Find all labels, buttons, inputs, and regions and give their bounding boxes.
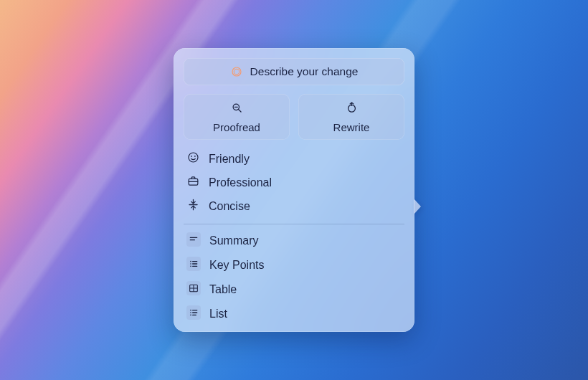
- briefcase-icon: [186, 174, 200, 191]
- tone-professional-label: Professional: [209, 176, 272, 189]
- tone-concise[interactable]: Concise: [184, 197, 404, 215]
- svg-point-17: [190, 261, 191, 262]
- format-table-label: Table: [209, 283, 237, 296]
- tone-friendly[interactable]: Friendly: [184, 150, 404, 168]
- list-icon: [186, 305, 201, 323]
- rewrite-label: Rewrite: [333, 121, 370, 133]
- proofread-icon: [230, 101, 244, 117]
- svg-point-8: [191, 156, 192, 157]
- describe-change-field[interactable]: Describe your change: [184, 58, 404, 85]
- svg-point-1: [234, 69, 240, 75]
- concise-icon: [186, 198, 200, 214]
- format-table[interactable]: Table: [184, 280, 404, 299]
- format-keypoints-label: Key Points: [209, 259, 264, 272]
- tone-professional[interactable]: Professional: [184, 174, 404, 191]
- section-divider: [184, 224, 404, 224]
- svg-point-21: [190, 266, 191, 267]
- tone-friendly-label: Friendly: [209, 153, 250, 166]
- rewrite-button[interactable]: Rewrite: [298, 94, 404, 140]
- svg-point-26: [190, 310, 191, 311]
- svg-point-28: [190, 312, 191, 313]
- keypoints-icon: [186, 257, 201, 274]
- tone-section: Friendly Professional: [184, 150, 404, 215]
- svg-line-3: [238, 109, 241, 112]
- format-section: Summary Key Points: [184, 232, 404, 323]
- tone-concise-label: Concise: [209, 200, 250, 213]
- primary-actions: Proofread Rewrite: [184, 94, 404, 140]
- table-icon: [186, 281, 201, 298]
- proofread-button[interactable]: Proofread: [184, 94, 290, 140]
- svg-point-7: [189, 153, 198, 162]
- svg-point-30: [190, 315, 191, 316]
- svg-point-19: [190, 263, 191, 265]
- format-keypoints[interactable]: Key Points: [184, 256, 404, 275]
- svg-point-9: [195, 156, 196, 157]
- format-summary[interactable]: Summary: [184, 232, 404, 250]
- smile-icon: [186, 151, 200, 167]
- apple-intelligence-icon: [230, 65, 243, 78]
- writing-tools-popover: Describe your change Proofread Rewri: [174, 48, 414, 332]
- describe-change-placeholder: Describe your change: [250, 65, 359, 78]
- summary-icon: [186, 232, 201, 250]
- format-summary-label: Summary: [209, 234, 258, 247]
- proofread-label: Proofread: [213, 121, 260, 133]
- format-list[interactable]: List: [184, 305, 404, 323]
- rewrite-icon: [345, 101, 359, 117]
- format-list-label: List: [209, 308, 227, 320]
